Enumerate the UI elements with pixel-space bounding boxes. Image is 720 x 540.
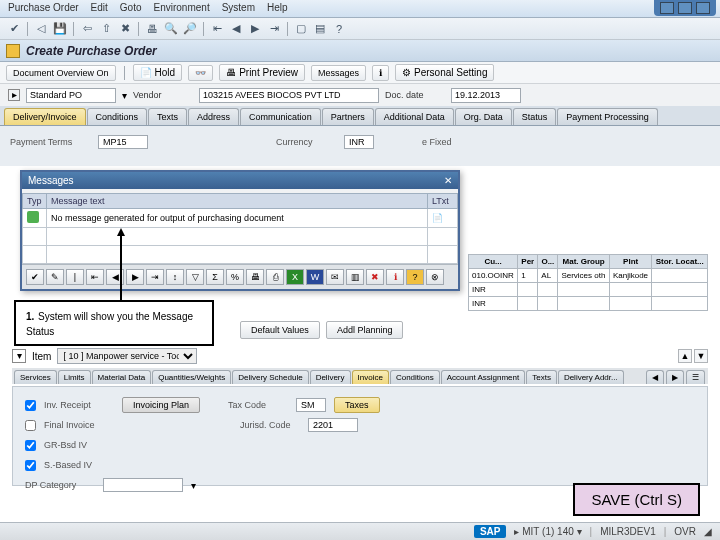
tab-communication[interactable]: Communication — [240, 108, 321, 125]
docdate-field[interactable] — [451, 88, 521, 103]
taxes-button[interactable]: Taxes — [334, 397, 380, 413]
item-prev-icon[interactable]: ▲ — [678, 349, 692, 363]
tab-deladdr[interactable]: Delivery Addr... — [558, 370, 624, 384]
dropdown-icon[interactable]: ▾ — [122, 90, 127, 101]
grid-row[interactable]: INR — [469, 283, 708, 297]
last-icon[interactable]: ⇥ — [266, 21, 282, 37]
fb-word-icon[interactable]: W — [306, 269, 324, 285]
menu-po[interactable]: Purchase Order — [8, 2, 79, 15]
fb-graph-icon[interactable]: ▥ — [346, 269, 364, 285]
create-icon[interactable]: ▢ — [293, 21, 309, 37]
item-select[interactable]: [ 10 ] Manpower service - Tool — [57, 348, 197, 364]
tab-additional[interactable]: Additional Data — [375, 108, 454, 125]
fb-total-icon[interactable]: % — [226, 269, 244, 285]
addl-planning-button[interactable]: Addl Planning — [326, 321, 404, 339]
check-button[interactable]: 👓 — [188, 65, 213, 81]
item-next-icon[interactable]: ▼ — [694, 349, 708, 363]
layout-icon[interactable]: ▤ — [312, 21, 328, 37]
save-icon[interactable]: 💾 — [52, 21, 68, 37]
prev-icon[interactable]: ◀ — [228, 21, 244, 37]
fb-print-icon[interactable]: 🖶 — [246, 269, 264, 285]
srbased-checkbox[interactable] — [25, 460, 36, 471]
tab-address[interactable]: Address — [188, 108, 239, 125]
tab-qty[interactable]: Quantities/Weights — [152, 370, 231, 384]
fb-del-icon[interactable]: ✖ — [366, 269, 384, 285]
fb-cancel-icon[interactable]: ⊗ — [426, 269, 444, 285]
tab-limits[interactable]: Limits — [58, 370, 91, 384]
invrec-checkbox[interactable] — [25, 400, 36, 411]
tab-invoice[interactable]: Invoice — [352, 370, 389, 384]
close-popup-icon[interactable]: ✕ — [444, 175, 452, 186]
minimize-icon[interactable] — [660, 2, 674, 14]
nav-back-icon[interactable]: ⇦ — [79, 21, 95, 37]
currency-field[interactable] — [344, 135, 374, 149]
print-preview-button[interactable]: 🖶Print Preview — [219, 64, 305, 81]
fb-export-icon[interactable]: ⎙ — [266, 269, 284, 285]
find-icon[interactable]: 🔍 — [163, 21, 179, 37]
fb-info-icon[interactable]: ℹ — [386, 269, 404, 285]
tab-delsched[interactable]: Delivery Schedule — [232, 370, 308, 384]
collapse-item-icon[interactable]: ▾ — [12, 349, 26, 363]
resize-grip-icon[interactable]: ◢ — [704, 526, 712, 537]
menu-system[interactable]: System — [222, 2, 255, 15]
fb-sum-icon[interactable]: Σ — [206, 269, 224, 285]
check-icon[interactable]: ✔ — [6, 21, 22, 37]
close-icon[interactable] — [696, 2, 710, 14]
doctype-field[interactable] — [26, 88, 116, 103]
info-button[interactable]: ℹ — [372, 65, 389, 81]
fb-check-icon[interactable]: ✔ — [26, 269, 44, 285]
fb-first-icon[interactable]: ⇤ — [86, 269, 104, 285]
tab-texts2[interactable]: Texts — [526, 370, 557, 384]
fb-filter-icon[interactable]: ▽ — [186, 269, 204, 285]
menu-env[interactable]: Environment — [154, 2, 210, 15]
tab-delivery-invoice[interactable]: Delivery/Invoice — [4, 108, 86, 125]
fb-next-icon[interactable]: ▶ — [126, 269, 144, 285]
tab-status[interactable]: Status — [513, 108, 557, 125]
nav-exit-icon[interactable]: ⇧ — [98, 21, 114, 37]
grid-row[interactable]: 010.OOINR1ALServices othKanjikode — [469, 269, 708, 283]
tab-payment[interactable]: Payment Processing — [557, 108, 658, 125]
fb-edit-icon[interactable]: ✎ — [46, 269, 64, 285]
personal-setting-button[interactable]: ⚙Personal Setting — [395, 64, 494, 81]
tab-account[interactable]: Account Assignment — [441, 370, 525, 384]
vendor-field[interactable] — [199, 88, 379, 103]
help-icon[interactable]: ? — [331, 21, 347, 37]
doc-overview-button[interactable]: Document Overview On — [6, 65, 116, 81]
tab-list-icon[interactable]: ☰ — [686, 370, 705, 384]
collapse-header-icon[interactable]: ▸ — [8, 89, 20, 101]
window-controls[interactable] — [654, 0, 716, 16]
tab-matdata[interactable]: Material Data — [92, 370, 152, 384]
tab-scroll-right[interactable]: ▶ — [666, 370, 684, 384]
next-icon[interactable]: ▶ — [247, 21, 263, 37]
dpcat-dropdown-icon[interactable]: ▾ — [191, 480, 196, 491]
hold-button[interactable]: 📄Hold — [133, 64, 183, 81]
tab-services[interactable]: Services — [14, 370, 57, 384]
messages-button[interactable]: Messages — [311, 65, 366, 81]
fb-last-icon[interactable]: ⇥ — [146, 269, 164, 285]
menu-edit[interactable]: Edit — [91, 2, 108, 15]
tab-orgdata[interactable]: Org. Data — [455, 108, 512, 125]
menu-help[interactable]: Help — [267, 2, 288, 15]
dpcat-field[interactable] — [103, 478, 183, 492]
restore-icon[interactable] — [678, 2, 692, 14]
findnext-icon[interactable]: 🔎 — [182, 21, 198, 37]
fb-mail-icon[interactable]: ✉ — [326, 269, 344, 285]
fb-sort-icon[interactable]: ↕ — [166, 269, 184, 285]
first-icon[interactable]: ⇤ — [209, 21, 225, 37]
back-icon[interactable]: ◁ — [33, 21, 49, 37]
tab-partners[interactable]: Partners — [322, 108, 374, 125]
ltxt-cell[interactable]: 📄 — [428, 209, 458, 228]
finalinv-checkbox[interactable] — [25, 420, 36, 431]
tab-scroll-left[interactable]: ◀ — [646, 370, 664, 384]
fb-excel-icon[interactable]: X — [286, 269, 304, 285]
tab-cond2[interactable]: Conditions — [390, 370, 440, 384]
jurisd-field[interactable] — [308, 418, 358, 432]
tab-texts[interactable]: Texts — [148, 108, 187, 125]
print-icon[interactable]: 🖶 — [144, 21, 160, 37]
taxcode-field[interactable] — [296, 398, 326, 412]
fb-help-icon[interactable]: ? — [406, 269, 424, 285]
nav-cancel-icon[interactable]: ✖ — [117, 21, 133, 37]
invoicing-plan-button[interactable]: Invoicing Plan — [122, 397, 200, 413]
grbased-checkbox[interactable] — [25, 440, 36, 451]
menu-goto[interactable]: Goto — [120, 2, 142, 15]
